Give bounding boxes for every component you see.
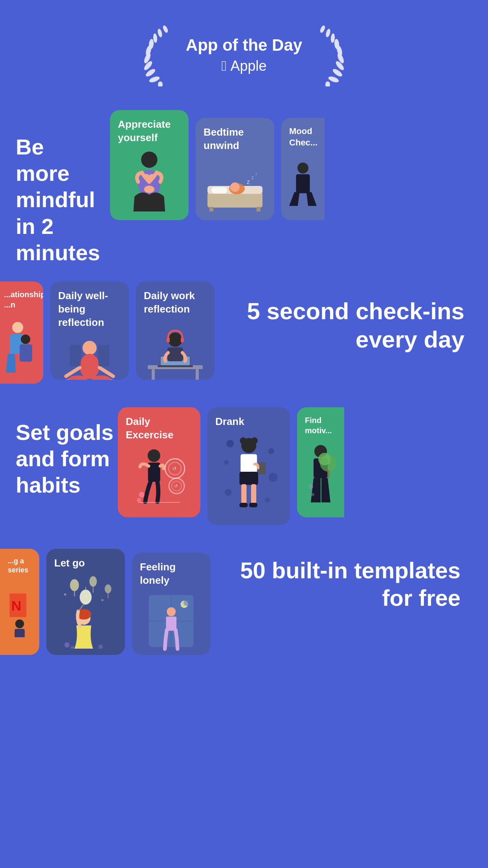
svg-line-44 (99, 368, 113, 376)
svg-point-18 (325, 28, 331, 38)
card-appreciate: Appreciate yourself (110, 110, 189, 220)
svg-point-77 (240, 437, 246, 444)
svg-point-91 (308, 484, 313, 489)
svg-point-99 (90, 576, 97, 587)
svg-rect-58 (167, 348, 183, 361)
svg-point-74 (225, 489, 231, 496)
header-title-block: App of the Day  Apple (186, 36, 302, 74)
svg-rect-96 (15, 629, 25, 637)
svg-rect-57 (181, 338, 184, 342)
svg-point-22 (144, 186, 154, 193)
svg-rect-23 (207, 192, 262, 208)
card-mood-label: Mood Chec... (289, 126, 317, 148)
wellbeing-illustration (58, 333, 121, 380)
card-series: ...g a series N (0, 549, 39, 655)
svg-rect-25 (211, 187, 227, 193)
svg-rect-32 (257, 207, 261, 211)
svg-rect-48 (98, 345, 109, 366)
svg-point-10 (325, 81, 330, 86)
card-relationship-label: ...ationship ...n (4, 289, 35, 310)
svg-point-73 (268, 473, 277, 482)
svg-rect-82 (251, 484, 256, 504)
svg-rect-56 (167, 338, 170, 342)
motiv-illustration (305, 440, 336, 502)
card-work-label: Daily work reflection (144, 289, 207, 316)
header: App of the Day  Apple (0, 0, 488, 98)
card-lonely-label: Feeling lonely (140, 561, 203, 587)
card-letgo-label: Let go (54, 557, 117, 570)
card-lonely: Feeling lonely (132, 553, 211, 655)
svg-point-7 (153, 33, 158, 43)
mood-illustration (289, 152, 317, 215)
svg-rect-83 (239, 503, 248, 507)
svg-text:z: z (251, 175, 254, 180)
drank-illustration (215, 432, 282, 511)
svg-rect-90 (327, 470, 330, 478)
cards-row2: ...ationship ...n Daily well-being refle… (0, 281, 215, 384)
svg-rect-34 (296, 175, 310, 193)
card-bedtime-label: Bedtime unwind (204, 126, 266, 153)
svg-point-75 (265, 497, 270, 502)
svg-point-97 (70, 579, 79, 591)
work-illustration (144, 320, 207, 380)
svg-text:z: z (255, 172, 257, 176)
card-mood: Mood Chec... (281, 118, 325, 220)
svg-point-40 (80, 354, 99, 379)
bedtime-illustration: z z z (204, 156, 266, 219)
card-motiv-label: Find motiv... (305, 415, 336, 436)
svg-rect-53 (158, 365, 193, 367)
card-motiv: Find motiv... (297, 407, 344, 517)
svg-point-112 (71, 646, 75, 649)
svg-rect-81 (241, 484, 246, 504)
card-work-reflection: Daily work reflection (136, 281, 215, 380)
svg-point-72 (224, 460, 228, 464)
svg-point-1 (149, 75, 160, 84)
svg-point-19 (319, 25, 326, 33)
svg-point-117 (167, 607, 176, 616)
svg-point-33 (297, 163, 308, 174)
svg-rect-84 (249, 503, 257, 507)
svg-point-20 (141, 151, 157, 167)
section-checkins: ...ationship ...n Daily well-being refle… (0, 278, 488, 392)
svg-point-103 (64, 593, 66, 596)
svg-rect-50 (152, 369, 155, 380)
letgo-illustration (54, 574, 117, 649)
svg-point-105 (101, 599, 104, 601)
svg-point-89 (318, 453, 331, 465)
lonely-illustration (140, 591, 203, 655)
svg-text:↺: ↺ (174, 483, 178, 488)
svg-text:N: N (11, 598, 22, 614)
exercise-illustration: ↺ ↺ (126, 446, 193, 509)
svg-rect-80 (239, 472, 258, 485)
card-bedtime: Bedtime unwind z z z (196, 118, 274, 220)
svg-point-0 (158, 81, 163, 86)
svg-rect-38 (20, 344, 32, 362)
app-of-day-title: App of the Day (186, 36, 302, 55)
svg-rect-31 (209, 207, 213, 211)
svg-point-109 (80, 590, 92, 605)
mindful-headline: Be more mindful in 2 minutes (16, 110, 102, 266)
svg-point-62 (137, 498, 141, 502)
svg-point-101 (105, 584, 111, 593)
card-relationship: ...ationship ...n (0, 281, 43, 384)
svg-text:↺: ↺ (172, 466, 176, 471)
card-letgo: Let go (46, 549, 125, 655)
svg-point-27 (230, 182, 240, 192)
card-appreciate-label: Appreciate yourself (118, 118, 181, 145)
card-exercise-label: Daily Excercise (126, 415, 193, 442)
card-exercise: Daily Excercise (118, 407, 200, 517)
right-laurel-icon (310, 24, 345, 86)
svg-point-78 (251, 437, 258, 444)
svg-point-71 (268, 448, 274, 454)
card-series-label: ...g a series (8, 557, 31, 575)
svg-point-61 (139, 492, 144, 497)
apple-label: Apple (231, 58, 267, 74)
svg-point-111 (64, 642, 70, 647)
cards-row1: Appreciate yourself Bedtim (110, 110, 325, 220)
relationship-illustration (4, 314, 35, 377)
svg-point-92 (311, 493, 314, 496)
svg-point-35 (12, 322, 23, 333)
section-goals: Set goals and form habits Daily Excercis… (0, 395, 488, 533)
svg-point-95 (15, 620, 24, 628)
svg-point-55 (168, 333, 182, 347)
